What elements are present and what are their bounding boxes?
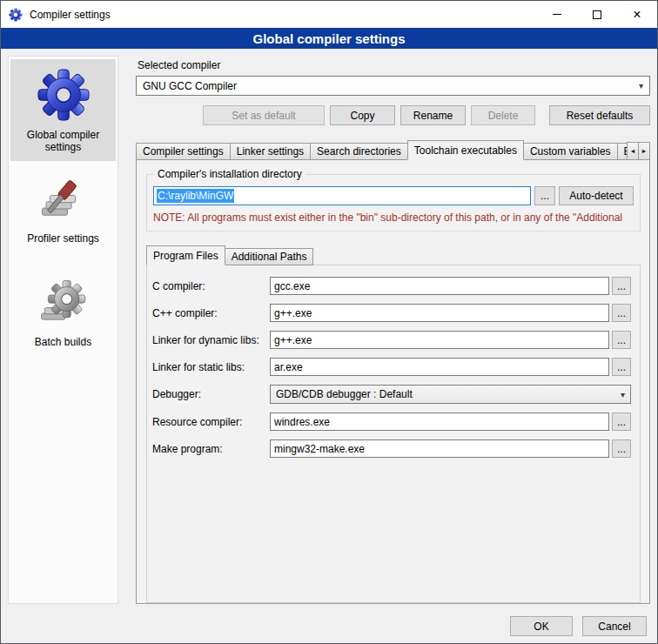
tab-linker-settings[interactable]: Linker settings — [230, 143, 311, 160]
close-icon: × — [633, 8, 641, 22]
tab-additional-paths[interactable]: Additional Paths — [225, 248, 314, 265]
tab-compiler-settings[interactable]: Compiler settings — [136, 143, 231, 160]
set-as-default-button[interactable]: Set as default — [203, 105, 325, 125]
browse-button[interactable]: ... — [612, 413, 631, 431]
sidebar-item-label: Batch builds — [35, 336, 91, 348]
tab-custom-variables[interactable]: Custom variables — [523, 143, 618, 160]
cancel-button[interactable]: Cancel — [582, 616, 647, 636]
reset-defaults-button[interactable]: Reset defaults — [549, 105, 650, 125]
browse-button[interactable]: ... — [612, 304, 631, 322]
install-dir-input[interactable]: C:\raylib\MinGW — [153, 186, 531, 205]
c-compiler-input[interactable]: gcc.exe — [270, 277, 609, 295]
resource-compiler-row: Resource compiler: windres.exe ... — [152, 413, 631, 431]
maximize-icon — [593, 10, 601, 19]
tab-program-files[interactable]: Program Files — [146, 245, 225, 265]
field-label: Linker for dynamic libs: — [152, 334, 270, 346]
install-dir-browse-button[interactable]: ... — [534, 186, 555, 205]
bin-subdirectory-note: NOTE: All programs must exist either in … — [153, 211, 634, 224]
minimize-button[interactable] — [537, 1, 577, 28]
app-icon — [9, 8, 23, 22]
tab-scroll-buttons: ◄ ► — [628, 142, 650, 160]
make-program-input[interactable]: mingw32-make.exe — [270, 439, 609, 458]
page-title: Global compiler settings — [1, 28, 657, 49]
field-value: ar.exe — [274, 361, 303, 373]
field-label: C compiler: — [152, 280, 270, 292]
field-value: gcc.exe — [274, 280, 310, 292]
selected-compiler-combobox[interactable]: GNU GCC Compiler ▾ — [136, 76, 650, 96]
profiler-tool-icon — [38, 175, 89, 225]
cpp-compiler-row: C++ compiler: g++.exe ... — [152, 304, 631, 322]
installation-directory-groupbox: Compiler's installation directory C:\ray… — [146, 174, 641, 231]
window-title: Compiler settings — [30, 9, 111, 21]
sidebar-item-label: Global compiler settings — [12, 129, 114, 153]
gray-gear-icon — [38, 278, 89, 329]
close-button[interactable]: × — [617, 1, 657, 28]
debugger-row: Debugger: GDB/CDB debugger : Default ▾ — [152, 385, 631, 404]
dialog-footer: OK Cancel — [1, 609, 657, 643]
maximize-button[interactable] — [577, 1, 617, 28]
browse-button[interactable]: ... — [612, 439, 631, 458]
sidebar-item-batch-builds[interactable]: Batch builds — [10, 270, 116, 356]
rename-button[interactable]: Rename — [400, 105, 466, 125]
tab-toolchain-executables[interactable]: Toolchain executables — [407, 140, 524, 160]
debugger-combobox[interactable]: GDB/CDB debugger : Default ▾ — [270, 385, 631, 404]
title-bar[interactable]: Compiler settings × — [1, 1, 657, 28]
field-value: windres.exe — [274, 416, 330, 428]
main-area: Global compiler settings Profiler settin… — [1, 49, 657, 611]
program-files-tab-strip: Program Files Additional Paths — [146, 245, 641, 265]
sidebar-item-global-compiler-settings[interactable]: Global compiler settings — [10, 59, 116, 161]
groupbox-title: Compiler's installation directory — [154, 168, 306, 180]
selected-compiler-label: Selected compiler — [138, 59, 650, 71]
tab-scroll-right-icon[interactable]: ► — [638, 142, 650, 160]
linker-dynamic-row: Linker for dynamic libs: g++.exe ... — [152, 331, 631, 349]
selected-compiler-value: GNU GCC Compiler — [143, 80, 237, 92]
field-value: g++.exe — [274, 307, 312, 319]
field-label: Debugger: — [152, 388, 270, 400]
install-dir-selected-text: C:\raylib\MinGW — [157, 189, 234, 203]
browse-button[interactable]: ... — [612, 277, 631, 295]
program-files-panel: C compiler: gcc.exe ... C++ compiler: g+… — [146, 265, 641, 603]
linker-static-input[interactable]: ar.exe — [270, 358, 609, 376]
caption-buttons: × — [537, 1, 657, 28]
blue-gear-icon — [37, 68, 91, 122]
copy-button[interactable]: Copy — [330, 105, 395, 125]
browse-button[interactable]: ... — [612, 358, 631, 376]
field-label: Make program: — [152, 443, 270, 455]
settings-content: Selected compiler GNU GCC Compiler ▾ Set… — [127, 56, 650, 604]
chevron-down-icon: ▾ — [639, 81, 643, 91]
linker-dynamic-input[interactable]: g++.exe — [270, 331, 609, 349]
field-value: g++.exe — [274, 334, 312, 346]
field-label: C++ compiler: — [152, 307, 270, 319]
sidebar-item-label: Profiler settings — [27, 232, 99, 245]
make-program-row: Make program: mingw32-make.exe ... — [152, 439, 631, 458]
auto-detect-button[interactable]: Auto-detect — [559, 186, 634, 205]
field-value: mingw32-make.exe — [274, 443, 365, 455]
cpp-compiler-input[interactable]: g++.exe — [270, 304, 609, 322]
tab-scroll-left-icon[interactable]: ◄ — [627, 142, 639, 160]
settings-tab-strip: Compiler settings Linker settings Search… — [136, 140, 650, 160]
delete-button[interactable]: Delete — [471, 105, 535, 125]
minimize-icon — [553, 14, 561, 15]
toolchain-executables-panel: Compiler's installation directory C:\ray… — [136, 159, 650, 604]
field-label: Linker for static libs: — [152, 361, 270, 373]
chevron-down-icon: ▾ — [621, 390, 625, 399]
linker-static-row: Linker for static libs: ar.exe ... — [152, 358, 631, 376]
field-value: GDB/CDB debugger : Default — [276, 388, 413, 400]
ok-button[interactable]: OK — [510, 616, 573, 636]
resource-compiler-input[interactable]: windres.exe — [270, 413, 609, 431]
installation-directory-row: C:\raylib\MinGW ... Auto-detect — [153, 186, 634, 205]
settings-sidebar: Global compiler settings Profiler settin… — [8, 56, 118, 604]
compiler-button-row: Set as default Copy Rename Delete Reset … — [136, 105, 650, 125]
browse-button[interactable]: ... — [612, 331, 631, 349]
sidebar-item-profiler-settings[interactable]: Profiler settings — [10, 166, 116, 252]
tab-search-directories[interactable]: Search directories — [310, 143, 408, 160]
field-label: Resource compiler: — [152, 416, 270, 428]
c-compiler-row: C compiler: gcc.exe ... — [152, 277, 631, 295]
